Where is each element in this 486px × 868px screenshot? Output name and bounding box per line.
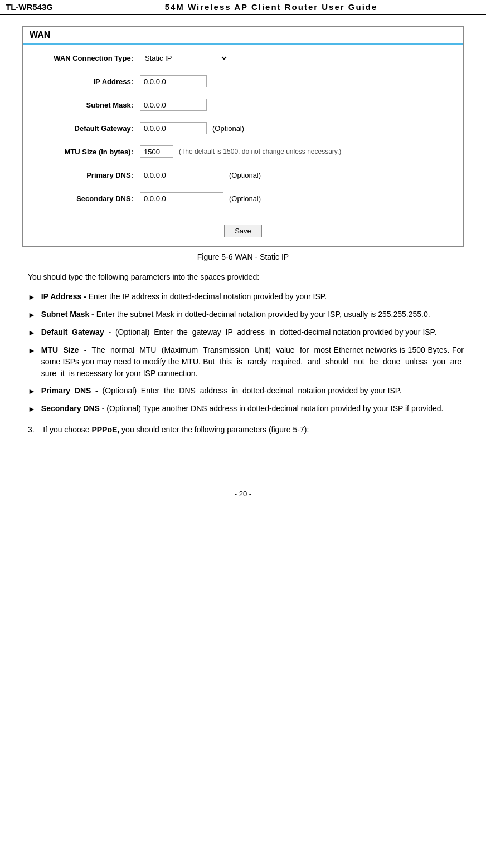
bullet-arrow-icon: ► [28, 403, 36, 415]
bullet-arrow-icon: ► [28, 345, 36, 357]
save-row: Save [23, 222, 463, 237]
page-body: WAN WAN Connection Type: Static IP PPPoE… [0, 15, 486, 456]
default-gateway-input[interactable] [140, 122, 207, 134]
primary-dns-row: Primary DNS: (Optional) [34, 167, 452, 183]
primary-dns-label: Primary DNS: [34, 171, 140, 179]
mtu-row: MTU Size (in bytes): (The default is 150… [34, 144, 452, 159]
bullet-item-text: Subnet Mask - Enter the subnet Mask in d… [41, 309, 464, 320]
ip-address-row: IP Address: [34, 74, 452, 89]
list-item: ► Default Gateway - (Optional) Enter the… [22, 326, 464, 339]
page-footer: - 20 - [0, 490, 486, 504]
page-number: - 20 - [235, 490, 251, 498]
pppoe-paragraph: 3. If you choose PPPoE, you should enter… [22, 425, 464, 434]
subnet-mask-input[interactable] [140, 99, 207, 111]
mtu-note: (The default is 1500, do not change unle… [179, 148, 341, 155]
default-gateway-optional: (Optional) [212, 124, 244, 133]
bullet-list: ► IP Address - Enter the IP address in d… [22, 291, 464, 415]
connection-type-row: WAN Connection Type: Static IP PPPoE Dyn… [34, 50, 452, 66]
list-item: ► IP Address - Enter the IP address in d… [22, 291, 464, 303]
bullet-arrow-icon: ► [28, 327, 36, 339]
ip-address-label: IP Address: [34, 77, 140, 86]
connection-type-select[interactable]: Static IP PPPoE Dynamic IP [140, 52, 229, 64]
ip-address-input[interactable] [140, 75, 207, 87]
secondary-dns-label: Secondary DNS: [34, 194, 140, 203]
default-gateway-row: Default Gateway: (Optional) [34, 120, 452, 136]
list-item: ► Primary DNS - (Optional) Enter the DNS… [22, 385, 464, 397]
bullet-arrow-icon: ► [28, 291, 36, 303]
subnet-mask-label: Subnet Mask: [34, 101, 140, 109]
page-header: TL-WR543G 54M Wireless AP Client Router … [0, 0, 486, 15]
figure-caption: Figure 5-6 WAN - Static IP [22, 252, 464, 261]
bullet-item-text: IP Address - Enter the IP address in dot… [41, 291, 464, 303]
bullet-item-text: Primary DNS - (Optional) Enter the DNS a… [41, 385, 464, 397]
wan-title: WAN [23, 27, 463, 45]
secondary-dns-optional: (Optional) [229, 194, 261, 203]
intro-text: You should type the following parameters… [22, 271, 464, 283]
mtu-label: MTU Size (in bytes): [34, 148, 140, 156]
secondary-dns-row: Secondary DNS: (Optional) [34, 191, 452, 206]
primary-dns-optional: (Optional) [229, 171, 261, 179]
list-item: ► Subnet Mask - Enter the subnet Mask in… [22, 309, 464, 321]
connection-type-label: WAN Connection Type: [34, 54, 140, 62]
model-name: TL-WR543G [6, 2, 53, 12]
bullet-arrow-icon: ► [28, 309, 36, 321]
secondary-dns-input[interactable] [140, 192, 223, 204]
list-item: ► Secondary DNS - (Optional) Type anothe… [22, 403, 464, 415]
mtu-input[interactable] [140, 145, 173, 158]
primary-dns-input[interactable] [140, 169, 223, 181]
default-gateway-label: Default Gateway: [34, 124, 140, 133]
wan-divider [23, 214, 463, 214]
bullet-item-text: MTU Size - The normal MTU (Maximum Trans… [41, 344, 464, 379]
page-title: 54M Wireless AP Client Router User Guide [62, 2, 480, 12]
bullet-arrow-icon: ► [28, 386, 36, 397]
list-item: ► MTU Size - The normal MTU (Maximum Tra… [22, 344, 464, 379]
bullet-item-text: Secondary DNS - (Optional) Type another … [41, 403, 464, 415]
wan-section-box: WAN WAN Connection Type: Static IP PPPoE… [22, 26, 464, 247]
save-button[interactable]: Save [224, 225, 262, 237]
wan-form: WAN Connection Type: Static IP PPPoE Dyn… [23, 50, 463, 206]
bullet-item-text: Default Gateway - (Optional) Enter the g… [41, 326, 464, 338]
subnet-mask-row: Subnet Mask: [34, 97, 452, 113]
